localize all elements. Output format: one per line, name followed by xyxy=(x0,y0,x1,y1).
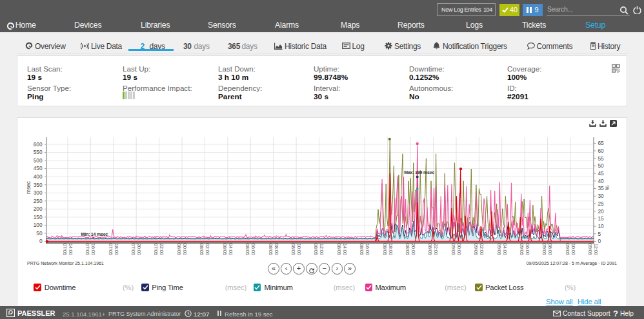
svg-text:400: 400 xyxy=(34,173,43,180)
svg-text:200: 200 xyxy=(34,206,43,212)
svg-text:50: 50 xyxy=(36,230,43,237)
svg-text:09/05: 09/05 xyxy=(473,244,479,255)
svg-text:100: 100 xyxy=(34,222,43,228)
svg-text:02:00: 02:00 xyxy=(205,244,210,255)
svg-text:16:00: 16:00 xyxy=(90,244,96,255)
svg-text:22:00: 22:00 xyxy=(159,244,165,255)
svg-text:10:00: 10:00 xyxy=(296,244,302,255)
svg-text:250: 250 xyxy=(34,198,43,204)
svg-text:0: 0 xyxy=(39,238,43,244)
svg-text:350: 350 xyxy=(34,182,43,188)
svg-text:15: 15 xyxy=(598,215,605,222)
svg-text:08/05: 08/05 xyxy=(359,244,365,255)
svg-text:40: 40 xyxy=(598,178,605,184)
svg-text:04:00: 04:00 xyxy=(228,244,234,255)
svg-text:550: 550 xyxy=(34,149,43,155)
svg-text:Min: 14 msec: Min: 14 msec xyxy=(81,232,108,237)
svg-text:07/05: 07/05 xyxy=(108,244,114,255)
svg-text:09/05: 09/05 xyxy=(541,244,547,255)
svg-text:08/05: 08/05 xyxy=(176,244,182,255)
svg-text:09/05: 09/05 xyxy=(450,244,456,255)
svg-text:02:00: 02:00 xyxy=(479,244,485,255)
svg-text:08/05: 08/05 xyxy=(427,244,433,255)
svg-text:22:00: 22:00 xyxy=(433,244,439,255)
svg-text:msec: msec xyxy=(25,181,32,194)
svg-text:00:00: 00:00 xyxy=(182,244,188,255)
svg-text:08/05: 08/05 xyxy=(382,244,388,255)
svg-text:08:00: 08:00 xyxy=(274,244,279,255)
svg-text:08/05: 08/05 xyxy=(313,244,319,255)
svg-text:60: 60 xyxy=(598,148,605,154)
svg-text:12:00: 12:00 xyxy=(319,244,325,255)
svg-text:08/05: 08/05 xyxy=(336,244,342,255)
svg-text:10:00: 10:00 xyxy=(570,244,576,255)
svg-text:20: 20 xyxy=(598,208,605,215)
svg-text:300: 300 xyxy=(34,189,43,196)
svg-text:12:00: 12:00 xyxy=(593,244,599,255)
svg-text:06:00: 06:00 xyxy=(250,244,256,255)
svg-text:500: 500 xyxy=(34,157,43,164)
svg-text:07/05: 07/05 xyxy=(62,244,68,255)
svg-text:Max: 399 msec: Max: 399 msec xyxy=(404,170,434,175)
svg-text:50: 50 xyxy=(598,162,605,169)
svg-text:14:00: 14:00 xyxy=(342,244,348,255)
svg-text:14:00: 14:00 xyxy=(68,244,74,255)
svg-text:07/05: 07/05 xyxy=(130,244,136,255)
svg-text:09/05: 09/05 xyxy=(587,244,593,255)
svg-text:08/05: 08/05 xyxy=(290,244,296,255)
svg-text:55: 55 xyxy=(598,155,605,162)
svg-text:PRTG Network Monitor 25.1.104.: PRTG Network Monitor 25.1.104.1961 xyxy=(27,261,104,266)
svg-text:450: 450 xyxy=(34,165,43,171)
svg-text:08/05: 08/05 xyxy=(268,244,274,255)
svg-text:09/05: 09/05 xyxy=(565,244,570,255)
svg-text:20:00: 20:00 xyxy=(410,244,416,255)
svg-text:09/05: 09/05 xyxy=(519,244,525,255)
svg-text:08:00: 08:00 xyxy=(547,244,553,255)
svg-text:10: 10 xyxy=(598,223,605,229)
svg-text:18:00: 18:00 xyxy=(388,244,394,255)
svg-text:%: % xyxy=(604,186,610,191)
svg-text:150: 150 xyxy=(34,214,43,220)
svg-text:65: 65 xyxy=(598,140,605,146)
svg-text:06:00: 06:00 xyxy=(525,244,530,255)
svg-text:08/05: 08/05 xyxy=(245,244,250,255)
svg-text:09/05: 09/05 xyxy=(496,244,502,255)
svg-text:20:00: 20:00 xyxy=(136,244,142,255)
svg-text:04:00: 04:00 xyxy=(502,244,508,255)
svg-text:18:00: 18:00 xyxy=(114,244,119,255)
svg-text:16:00: 16:00 xyxy=(365,244,370,255)
svg-text:25: 25 xyxy=(598,200,605,207)
svg-text:600: 600 xyxy=(34,141,43,148)
svg-text:07/05: 07/05 xyxy=(153,244,159,255)
svg-text:09/05/2025 12:07:28 - 5 m Aver: 09/05/2025 12:07:28 - 5 m Average - ID 2… xyxy=(527,261,617,266)
svg-text:45: 45 xyxy=(598,170,605,177)
svg-text:35: 35 xyxy=(598,185,605,191)
svg-text:5: 5 xyxy=(598,231,601,237)
svg-text:00:00: 00:00 xyxy=(456,244,462,255)
svg-text:07/05: 07/05 xyxy=(85,244,90,255)
svg-text:30: 30 xyxy=(598,193,605,199)
svg-text:08/05: 08/05 xyxy=(405,244,410,255)
svg-text:08/05: 08/05 xyxy=(222,244,228,255)
svg-text:08/05: 08/05 xyxy=(199,244,205,255)
